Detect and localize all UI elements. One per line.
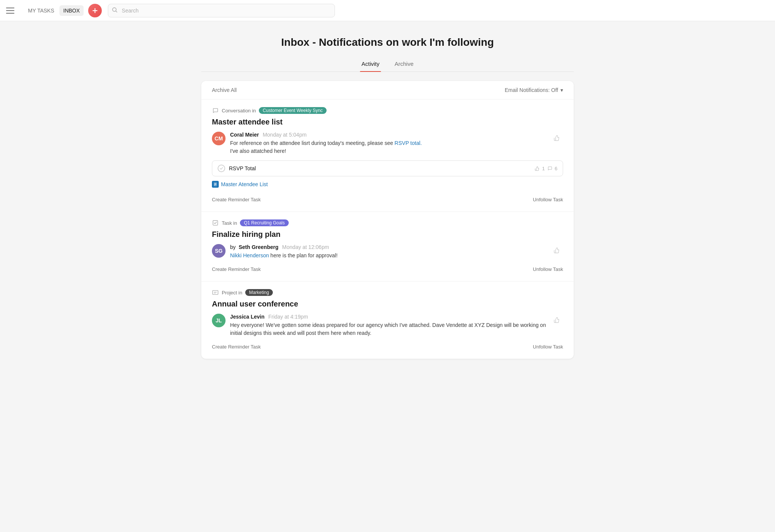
top-nav: MY TASKS INBOX — [0, 0, 775, 21]
project-icon — [212, 289, 219, 296]
task-icon — [212, 219, 219, 226]
avatar: SG — [212, 244, 226, 258]
timestamp: Monday at 12:06pm — [282, 244, 329, 250]
task-card[interactable]: RSVP Total 1 6 — [212, 160, 563, 176]
notif-text-block: by Seth Greenberg Monday at 12:06pm Nikk… — [230, 244, 546, 260]
task-meta-right: 1 6 — [535, 166, 557, 171]
notif-actions: Create Reminder Task Unfollow Task — [212, 265, 563, 274]
conversation-icon — [212, 107, 219, 114]
mention-link[interactable]: Nikki Henderson — [230, 252, 269, 258]
timestamp: Friday at 4:19pm — [268, 314, 308, 320]
unfollow-button[interactable]: Unfollow Task — [533, 342, 563, 351]
hamburger-menu[interactable] — [6, 5, 18, 17]
archive-all-button[interactable]: Archive All — [212, 87, 237, 93]
nav-links: MY TASKS INBOX — [24, 5, 84, 16]
notification-item: Task in Q1 Recruiting Goals Finalize hir… — [201, 212, 574, 282]
my-tasks-link[interactable]: MY TASKS — [24, 5, 58, 16]
notif-meta: Task in Q1 Recruiting Goals — [212, 219, 563, 226]
notif-text-block: Coral Meier Monday at 5:04pm For referen… — [230, 132, 546, 155]
notif-text: Nikki Henderson here is the plan for app… — [230, 252, 546, 260]
svg-rect-6 — [213, 291, 218, 295]
notif-author-line: Jessica Levin Friday at 4:19pm — [230, 314, 546, 320]
notif-author-line: by Seth Greenberg Monday at 12:06pm — [230, 244, 546, 250]
unfollow-button[interactable]: Unfollow Task — [533, 195, 563, 204]
email-notifications-dropdown[interactable]: Email Notifications: Off — [505, 87, 563, 93]
svg-point-0 — [112, 8, 116, 11]
author-name: Jessica Levin — [230, 314, 265, 320]
inbox-link[interactable]: INBOX — [59, 5, 84, 16]
author-name: Seth Greenberg — [239, 244, 279, 250]
notif-title: Annual user conference — [212, 300, 563, 308]
notification-item: Conversation in Customer Event Weekly Sy… — [201, 100, 574, 212]
rsvp-link[interactable]: RSVP total. — [395, 140, 422, 146]
add-button[interactable] — [88, 4, 102, 17]
notif-actions: Create Reminder Task Unfollow Task — [212, 342, 563, 351]
notif-meta-type: Conversation in — [222, 108, 256, 114]
task-comments: 6 — [555, 166, 557, 171]
task-check[interactable] — [218, 165, 225, 172]
notif-meta-type: Task in — [222, 220, 237, 226]
notif-meta: Project in Marketing — [212, 289, 563, 296]
notif-body: JL Jessica Levin Friday at 4:19pm Hey ev… — [212, 314, 563, 337]
like-button[interactable] — [551, 314, 563, 326]
svg-rect-5 — [213, 221, 218, 226]
notifications-header: Archive All Email Notifications: Off — [201, 81, 574, 100]
notif-tag[interactable]: Q1 Recruiting Goals — [240, 219, 288, 226]
notif-meta-type: Project in — [222, 290, 242, 296]
notif-body: SG by Seth Greenberg Monday at 12:06pm N… — [212, 244, 563, 260]
search-icon — [112, 7, 118, 14]
timestamp: Monday at 5:04pm — [263, 132, 307, 138]
notif-actions: Create Reminder Task Unfollow Task — [212, 195, 563, 204]
tab-archive[interactable]: Archive — [393, 58, 415, 72]
avatar: JL — [212, 314, 226, 327]
notif-tag[interactable]: Customer Event Weekly Sync — [259, 107, 327, 114]
task-likes: 1 — [542, 166, 545, 171]
notifications-container: Archive All Email Notifications: Off Con… — [201, 81, 574, 359]
main-content: Inbox - Notifications on work I'm follow… — [194, 21, 581, 381]
notif-title: Master attendee list — [212, 118, 563, 126]
notif-body: CM Coral Meier Monday at 5:04pm For refe… — [212, 132, 563, 155]
avatar: CM — [212, 132, 226, 145]
doc-icon — [212, 181, 219, 188]
search-input[interactable] — [108, 4, 335, 17]
notif-text-block: Jessica Levin Friday at 4:19pm Hey every… — [230, 314, 546, 337]
notif-title: Finalize hiring plan — [212, 230, 563, 239]
doc-link[interactable]: Master Atendee List — [212, 181, 268, 188]
like-button[interactable] — [551, 244, 563, 256]
task-name: RSVP Total — [229, 165, 531, 171]
like-button[interactable] — [551, 132, 563, 144]
unfollow-button[interactable]: Unfollow Task — [533, 265, 563, 274]
page-title: Inbox - Notifications on work I'm follow… — [201, 36, 574, 48]
notification-item: Project in Marketing Annual user confere… — [201, 282, 574, 359]
notif-tag[interactable]: Marketing — [245, 289, 273, 296]
create-reminder-button[interactable]: Create Reminder Task — [212, 265, 261, 274]
notif-text: For reference on the attendee lisrt duri… — [230, 139, 546, 155]
author-name: Coral Meier — [230, 132, 259, 138]
tab-activity[interactable]: Activity — [360, 58, 381, 72]
search-bar — [108, 4, 335, 17]
doc-label[interactable]: Master Atendee List — [221, 181, 268, 187]
create-reminder-button[interactable]: Create Reminder Task — [212, 342, 261, 351]
tabs: Activity Archive — [201, 58, 574, 72]
notif-text: Hey everyone! We've gotten some ideas pr… — [230, 321, 546, 337]
notif-author-line: Coral Meier Monday at 5:04pm — [230, 132, 546, 138]
create-reminder-button[interactable]: Create Reminder Task — [212, 195, 261, 204]
notif-meta: Conversation in Customer Event Weekly Sy… — [212, 107, 563, 114]
